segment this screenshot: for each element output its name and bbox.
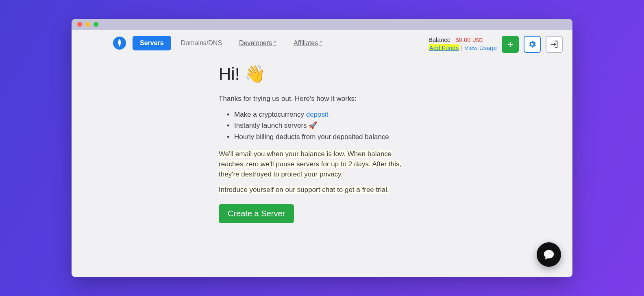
tab-label: Affiliates: [294, 39, 318, 46]
balance-amount: $0.00 USD: [455, 36, 483, 43]
separator: |: [461, 44, 463, 51]
list-item: Make a cryptocurrency deposit: [234, 110, 479, 120]
titlebar: [72, 19, 572, 30]
tab-servers[interactable]: Servers: [133, 36, 171, 50]
nav-tabs: Servers Domains/DNS Developers↗ Affiliat…: [133, 36, 330, 50]
external-icon: ↗: [319, 39, 322, 44]
deposit-link-label: deposit: [306, 111, 329, 118]
balance-label: Balance: [429, 36, 450, 43]
tab-label: Developers: [239, 39, 272, 46]
create-server-label: Create a Server: [228, 209, 285, 218]
how-it-works-list: Make a cryptocurrency deposit Instantly …: [219, 110, 479, 142]
balance-notice: We'll email you when your balance is low…: [219, 149, 414, 179]
window-close-dot[interactable]: [77, 22, 82, 27]
window-zoom-dot[interactable]: [94, 22, 98, 27]
trial-text: Introduce yourself on our support chat t…: [219, 186, 389, 194]
tab-developers[interactable]: Developers↗: [232, 36, 284, 50]
list-item: Instantly launch servers 🚀: [234, 121, 479, 131]
settings-button[interactable]: [524, 36, 541, 53]
list-item: Hourly billing deducts from your deposit…: [234, 132, 479, 142]
brand-logo[interactable]: [113, 37, 126, 50]
welcome-panel: Hi! 👋 Thanks for trying us out. Here's h…: [219, 53, 479, 223]
chat-icon: [543, 248, 555, 261]
bullet-text: Make a cryptocurrency: [234, 111, 306, 118]
logout-button[interactable]: [546, 36, 563, 53]
balance-currency: USD: [472, 37, 483, 43]
page-title: Hi! 👋: [219, 62, 479, 87]
add-button[interactable]: +: [502, 36, 519, 53]
tab-label: Domains/DNS: [181, 39, 222, 46]
external-icon: ↗: [273, 39, 276, 44]
tab-label: Servers: [140, 39, 164, 46]
window-minimize-dot[interactable]: [85, 22, 90, 27]
wave-emoji: 👋: [244, 64, 265, 83]
add-funds-label: Add Funds: [429, 44, 459, 51]
heading-text: Hi!: [219, 64, 239, 83]
top-nav: Servers Domains/DNS Developers↗ Affiliat…: [72, 30, 572, 53]
gear-icon: [528, 40, 537, 49]
create-server-button[interactable]: Create a Server: [219, 204, 294, 223]
app-window: Servers Domains/DNS Developers↗ Affiliat…: [72, 19, 572, 277]
trial-notice: Introduce yourself on our support chat t…: [219, 185, 414, 195]
exit-icon: [550, 40, 559, 49]
balance-amount-value: $0.00: [455, 36, 471, 43]
plus-icon: +: [507, 39, 513, 50]
tab-domains[interactable]: Domains/DNS: [174, 36, 229, 50]
add-funds-link[interactable]: Add Funds: [429, 44, 460, 51]
intro-text: Thanks for trying us out. Here's how it …: [219, 94, 479, 104]
support-chat-button[interactable]: [537, 242, 561, 267]
notice-text: We'll email you when your balance is low…: [219, 150, 401, 178]
deposit-link[interactable]: deposit: [306, 111, 329, 118]
tab-affiliates[interactable]: Affiliates↗: [286, 36, 330, 50]
view-usage-link[interactable]: View Usage: [464, 44, 497, 51]
rocket-icon: [116, 39, 123, 47]
balance-block: Balance $0.00 USD Add Funds|View Usage: [429, 36, 497, 52]
view-usage-label: View Usage: [464, 44, 497, 51]
